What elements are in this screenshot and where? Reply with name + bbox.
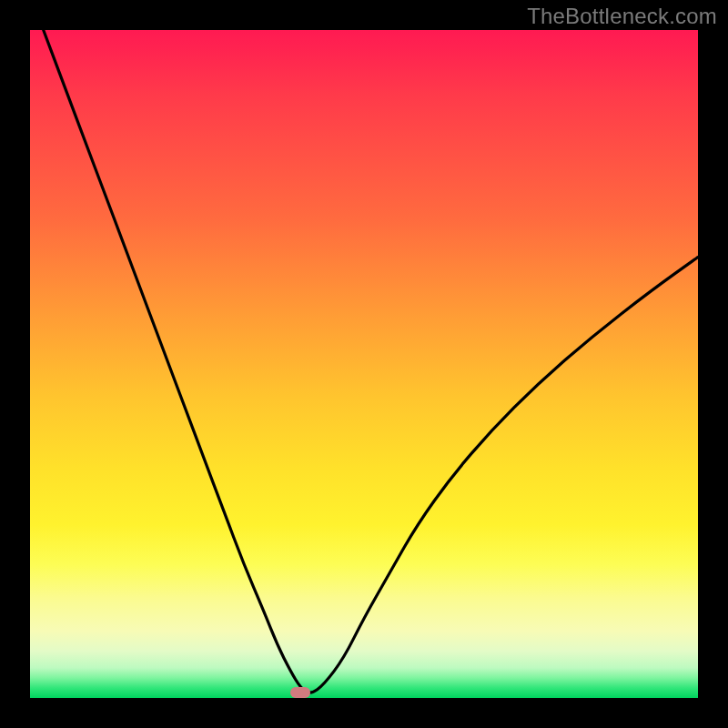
min-marker	[290, 687, 310, 698]
plot-area	[30, 30, 698, 698]
outer-frame: TheBottleneck.com	[0, 0, 728, 728]
curve-svg	[30, 30, 698, 698]
bottleneck-curve	[44, 30, 698, 693]
watermark-text: TheBottleneck.com	[527, 4, 717, 29]
